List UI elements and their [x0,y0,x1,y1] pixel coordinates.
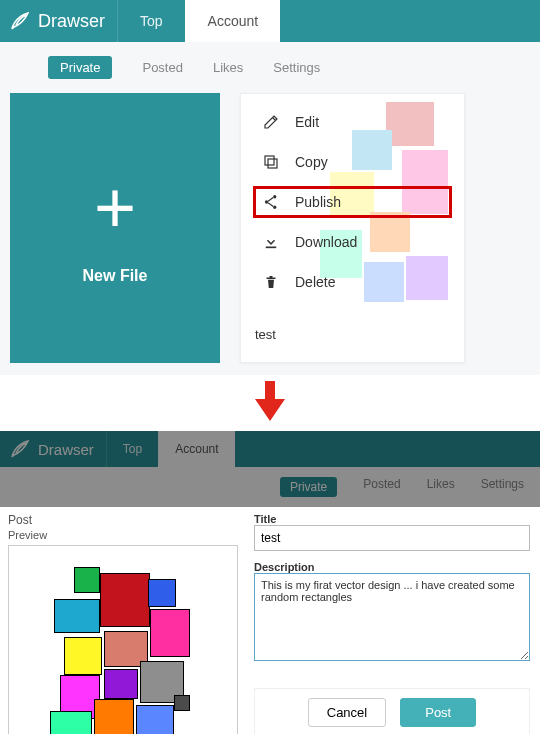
subtab-private-dimmed: Private [280,477,337,497]
svg-rect-0 [268,159,277,168]
new-file-label: New File [83,267,148,285]
tab-account-dimmed: Account [158,431,234,467]
svg-rect-5 [266,247,277,249]
svg-rect-1 [265,156,274,165]
top-nav: Drawser Top Account [0,0,540,42]
file-card[interactable]: Edit Copy Publish Download Delete [240,93,465,363]
subtab-likes-dimmed: Likes [427,477,455,497]
tab-top[interactable]: Top [117,0,185,42]
arrow-down-icon [253,381,287,421]
trash-icon [261,272,281,292]
artwork-preview [48,565,198,734]
feather-icon [8,9,32,33]
download-icon [261,232,281,252]
post-dialog: Post Preview [0,507,540,734]
copy-icon [261,152,281,172]
title-input[interactable] [254,525,530,551]
preview-box [8,545,238,734]
menu-publish[interactable]: Publish [255,188,450,216]
svg-point-2 [265,200,268,203]
flow-arrow [0,375,540,431]
dialog-buttons: Cancel Post [254,688,530,734]
subtab-private[interactable]: Private [48,56,112,79]
subtab-settings-dimmed: Settings [481,477,524,497]
preview-label: Preview [8,529,238,541]
svg-point-3 [273,195,276,198]
svg-point-4 [273,206,276,209]
file-name: test [255,327,276,342]
cancel-button[interactable]: Cancel [308,698,386,727]
brand-name-dimmed: Drawser [38,441,94,458]
tab-top-dimmed: Top [106,431,158,467]
top-nav-dimmed: Drawser Top Account [0,431,540,467]
menu-copy-label: Copy [295,154,328,170]
account-subtabs: Private Posted Likes Settings [0,42,540,93]
plus-icon: + [94,171,136,243]
menu-delete-label: Delete [295,274,335,290]
subtab-posted-dimmed: Posted [363,477,400,497]
menu-edit[interactable]: Edit [255,108,450,136]
post-button[interactable]: Post [400,698,476,727]
menu-download[interactable]: Download [255,228,450,256]
file-cards: + New File Edit Copy [0,93,540,363]
description-label: Description [254,561,530,573]
state-after: Drawser Top Account Private Posted Likes… [0,431,540,734]
subtab-posted[interactable]: Posted [142,60,182,75]
menu-edit-label: Edit [295,114,319,130]
brand-dimmed: Drawser [0,431,106,467]
title-label: Title [254,513,530,525]
menu-download-label: Download [295,234,357,250]
brand[interactable]: Drawser [0,0,117,42]
file-context-menu: Edit Copy Publish Download Delete [255,108,450,296]
subtab-settings[interactable]: Settings [273,60,320,75]
account-subtabs-dimmed: Private Posted Likes Settings [0,467,540,507]
new-file-button[interactable]: + New File [10,93,220,363]
tab-account[interactable]: Account [185,0,281,42]
menu-publish-label: Publish [295,194,341,210]
description-input[interactable]: This is my firat vector design ... i hav… [254,573,530,661]
subtab-likes[interactable]: Likes [213,60,243,75]
state-before: Drawser Top Account Private Posted Likes… [0,0,540,375]
brand-name: Drawser [38,11,105,32]
feather-icon [8,437,32,461]
menu-copy[interactable]: Copy [255,148,450,176]
post-heading: Post [8,513,238,527]
menu-delete[interactable]: Delete [255,268,450,296]
share-icon [261,192,281,212]
edit-icon [261,112,281,132]
